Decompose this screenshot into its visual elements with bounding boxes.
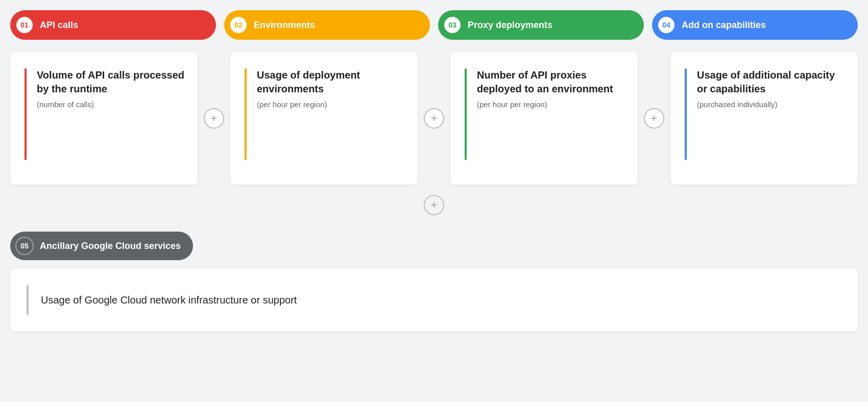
card-subtitle-01: (number of calls)	[37, 100, 185, 109]
card-title-02: Usage of deployment environments	[257, 68, 405, 96]
card-proxy-deployments: Number of API proxies deployed to an env…	[450, 52, 638, 185]
card-title-03: Number of API proxies deployed to an env…	[477, 68, 625, 96]
card-subtitle-04: (purchased individually)	[697, 100, 846, 109]
card-wrapper-02: Usage of deployment environments (per ho…	[230, 52, 418, 185]
card-title-04: Usage of additional capacity or capabili…	[697, 68, 846, 96]
card-content-02: Usage of deployment environments (per ho…	[257, 68, 405, 109]
card-api-calls: Volume of API calls processed by the run…	[10, 52, 198, 185]
tab-badge-03: 03	[443, 16, 462, 34]
card-border-02	[245, 68, 247, 160]
card-wrapper-04: Usage of additional capacity or capabili…	[670, 52, 858, 185]
tab-label-01: API calls	[40, 20, 78, 31]
bottom-card-text: Usage of Google Cloud network infrastruc…	[41, 294, 297, 306]
card-border-04	[685, 68, 687, 160]
card-environments: Usage of deployment environments (per ho…	[230, 52, 418, 185]
card-content-03: Number of API proxies deployed to an env…	[477, 68, 625, 109]
tab-badge-02: 02	[229, 16, 248, 34]
tab-badge-04: 04	[657, 16, 676, 34]
card-border-03	[465, 68, 467, 160]
center-plus-row: +	[10, 195, 858, 223]
tab-label-02: Environments	[254, 20, 315, 31]
tab-environments[interactable]: 02 Environments	[224, 10, 430, 40]
card-content-04: Usage of additional capacity or capabili…	[697, 68, 846, 109]
tab-badge-01: 01	[15, 16, 34, 34]
tab-label-03: Proxy deployments	[468, 20, 552, 31]
card-subtitle-02: (per hour per region)	[257, 100, 405, 109]
card-title-01: Volume of API calls processed by the run…	[37, 68, 185, 96]
section-05-label: Ancillary Google Cloud services	[40, 241, 181, 252]
tab-label-04: Add on capabilities	[682, 20, 766, 31]
card-add-on: Usage of additional capacity or capabili…	[670, 52, 858, 185]
plus-button-02[interactable]: +	[424, 108, 444, 129]
section-05-badge: 05	[15, 237, 34, 255]
section-05-pill[interactable]: 05 Ancillary Google Cloud services	[10, 232, 193, 260]
bottom-card-border	[27, 285, 29, 315]
plus-button-center[interactable]: +	[424, 195, 444, 215]
tab-api-calls[interactable]: 01 API calls	[10, 10, 216, 40]
tab-proxy-deployments[interactable]: 03 Proxy deployments	[438, 10, 644, 40]
tabs-row: 01 API calls 02 Environments 03 Proxy de…	[10, 10, 858, 40]
page-container: 01 API calls 02 Environments 03 Proxy de…	[10, 10, 858, 332]
card-border-01	[25, 68, 27, 160]
plus-button-03[interactable]: +	[644, 108, 664, 129]
section-05-row: 05 Ancillary Google Cloud services	[10, 232, 858, 260]
plus-button-01[interactable]: +	[204, 108, 224, 129]
bottom-card: Usage of Google Cloud network infrastruc…	[10, 268, 858, 332]
card-wrapper-03: Number of API proxies deployed to an env…	[450, 52, 638, 185]
cards-row: Volume of API calls processed by the run…	[10, 52, 858, 185]
card-content-01: Volume of API calls processed by the run…	[37, 68, 185, 109]
tab-add-on-capabilities[interactable]: 04 Add on capabilities	[652, 10, 858, 40]
card-subtitle-03: (per hour per region)	[477, 100, 625, 109]
card-wrapper-01: Volume of API calls processed by the run…	[10, 52, 198, 185]
